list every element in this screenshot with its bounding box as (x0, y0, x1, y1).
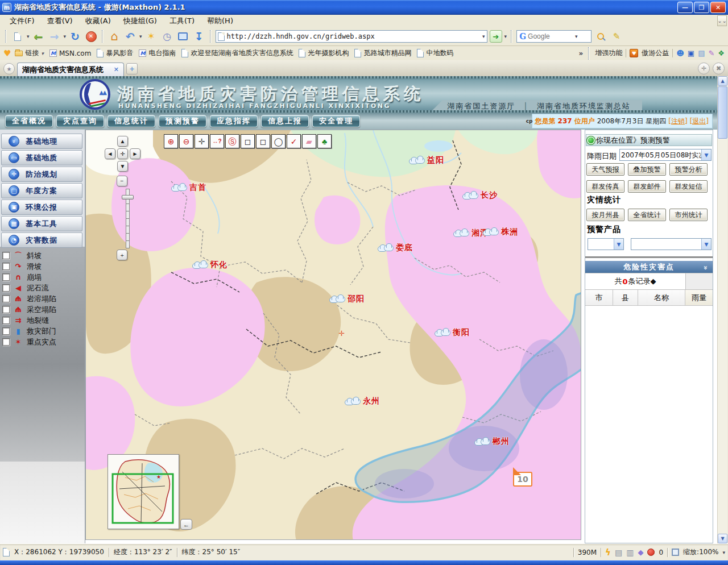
toolbar-grip[interactable] (102, 30, 104, 43)
new-tab-button[interactable]: ＋ (126, 63, 138, 74)
boost-lightning-icon[interactable]: ϟ (605, 547, 611, 558)
danger-points-header[interactable]: 危险性灾害点 « (585, 261, 713, 273)
search-caret-icon[interactable]: ▾ (575, 34, 578, 39)
home-button[interactable]: ⌂ (107, 29, 121, 44)
menu-item-0[interactable]: 文件(F) (3, 15, 41, 27)
charity-icon[interactable]: ♥ (630, 49, 638, 57)
chevron-down-icon[interactable]: ▼ (701, 149, 711, 160)
map-tool-pan[interactable]: ✛ (195, 134, 209, 148)
panel-button-群发传真[interactable]: 群发传真 (586, 180, 624, 193)
panel-button-市州统计[interactable]: 市州统计 (669, 209, 708, 221)
layer-checkbox[interactable] (2, 263, 10, 270)
bookmark-暴风影音[interactable]: 暴风影音 (94, 47, 136, 59)
menu-item-4[interactable]: 工具(T) (163, 15, 201, 27)
zoom-slider-handle[interactable] (122, 195, 134, 200)
menu-item-5[interactable]: 帮助(H) (201, 15, 239, 27)
search-box[interactable]: G ▾ (516, 30, 592, 43)
maxthon-heart-icon[interactable]: ♥ (3, 48, 11, 59)
undo-caret-icon[interactable]: ▾ (139, 34, 142, 39)
scrollbar-thumb[interactable] (718, 86, 727, 139)
collapse-chevrons-icon[interactable]: « (701, 264, 709, 270)
nav-tab-灾点查询[interactable]: 灾点查询 (56, 115, 104, 127)
pens-icon[interactable]: ✎ (708, 49, 714, 57)
bookmarks-overflow-chevron[interactable]: » (579, 49, 584, 57)
product-select-2[interactable]: ▼ (631, 238, 712, 250)
layer-checkbox[interactable] (2, 284, 10, 292)
zoom-in-slider-button[interactable]: ＋ (117, 250, 127, 260)
notepad-icon[interactable]: ▥ (626, 548, 634, 557)
messenger-icon[interactable]: ☻ (676, 49, 684, 57)
download-button[interactable]: ↧ (192, 29, 206, 44)
minimap-collapse-button[interactable]: ← (180, 519, 192, 530)
highlighter-button[interactable]: ✎ (610, 29, 623, 44)
blocked-popup-icon[interactable] (647, 549, 655, 556)
layer-checkbox[interactable] (2, 327, 10, 335)
map-tool-clip-rect[interactable]: ◻ (256, 134, 270, 148)
skin-icon[interactable]: ❖ (718, 49, 725, 57)
sidebar-group-基本工具[interactable]: ▦基本工具 (1, 216, 82, 231)
panel-button-预警分析[interactable]: 预警分析 (669, 163, 708, 176)
nav-tab-应急指挥[interactable]: 应急指挥 (210, 115, 258, 127)
layer-checkbox[interactable] (2, 252, 10, 259)
history-clock-button[interactable]: ◷ (160, 29, 174, 44)
pan-right-button[interactable]: ► (130, 148, 140, 159)
pan-center-button[interactable]: ✛ (117, 148, 128, 159)
go-button[interactable]: ➔ (490, 30, 502, 43)
bookmark-MSN.com[interactable]: MMSN.com (47, 48, 94, 59)
map-tool-eraser[interactable]: ▰ (302, 134, 316, 148)
bookmark-光年摄影机构[interactable]: 光年摄影机构 (296, 47, 351, 59)
overview-minimap[interactable]: ★ (107, 454, 179, 529)
rain-date-select[interactable]: 2007年05月05日08时实况 ▼ (619, 149, 712, 161)
bookmark-中地数码[interactable]: 中地数码 (414, 47, 456, 59)
minimize-button[interactable]: — (677, 2, 693, 13)
forward-button[interactable]: → (48, 29, 61, 44)
address-caret-icon[interactable]: ▾ (482, 34, 485, 39)
pan-up-button[interactable]: ▲ (117, 136, 128, 147)
nav-tab-安全管理[interactable]: 安全管理 (312, 115, 360, 127)
panel-button-按月州县[interactable]: 按月州县 (586, 209, 624, 221)
tab-tools-wrench-icon[interactable]: ✛ (698, 63, 710, 74)
map-tool-zoom-in[interactable]: ⊕ (164, 134, 178, 148)
sidebar-group-防治规划[interactable]: ✛防治规划 (1, 167, 82, 182)
zoom-caret-icon[interactable]: ▾ (722, 550, 725, 555)
bookmark-电台指南[interactable]: M电台指南 (136, 47, 179, 59)
map-tool-select-rect[interactable]: ◻ (241, 134, 255, 148)
tab-close-icon[interactable]: ✕ (114, 66, 119, 73)
bookmark-觅路城市精品网[interactable]: 觅路城市精品网 (351, 47, 414, 59)
sidebar-group-基础地理[interactable]: »基础地理 (1, 134, 82, 149)
address-bar[interactable]: ▾ (216, 30, 487, 43)
zoom-level[interactable]: 缩放:100% (683, 547, 718, 557)
toolbar-grip[interactable] (588, 47, 590, 60)
product-select-1[interactable]: ▼ (588, 238, 624, 250)
toolbar-grip[interactable] (210, 30, 212, 43)
map-tool-draw-point[interactable]: ✓ (287, 134, 301, 148)
split-window-button[interactable] (176, 29, 190, 44)
toolbar-grip[interactable] (5, 30, 7, 43)
search-input[interactable] (528, 32, 573, 40)
map-tool-measure-scale[interactable]: Ⓢ (225, 134, 239, 148)
new-page-button[interactable] (11, 29, 24, 44)
history-caret-icon[interactable]: ▾ (64, 34, 67, 39)
chevron-down-icon[interactable]: ▼ (614, 239, 623, 250)
map-tool-select-circle[interactable]: ◯ (271, 134, 286, 148)
layer-checkbox[interactable] (2, 317, 10, 324)
sidebar-group-年度方案[interactable]: ▢年度方案 (1, 183, 82, 198)
charity-button[interactable]: 傲游公益 (642, 48, 669, 58)
back-button[interactable]: ← (32, 29, 46, 44)
layer-checkbox[interactable] (2, 273, 10, 281)
bookmark-链接[interactable]: 链接▾ (12, 47, 47, 59)
panel-button-群发邮件[interactable]: 群发邮件 (628, 180, 666, 193)
layer-checkbox[interactable] (2, 306, 10, 313)
menu-overflow-chevron-icon[interactable]: ⌄⌄ (717, 15, 727, 26)
toolbar-grip[interactable] (511, 30, 512, 43)
link-land-resources[interactable]: 湖南省国土资源厅 (447, 101, 515, 111)
map-canvas[interactable]: ⊕⊖✛↔?Ⓢ◻◻◯✓▰♣ ▲ ◄ ✛ ► ▼ − ＋ 吉首益阳长沙湘潭株洲娄底怀… (85, 130, 581, 540)
bookmark-欢迎登陆湖南省地质灾害信息系统[interactable]: 欢迎登陆湖南省地质灾害信息系统 (179, 47, 296, 59)
panel-button-全省统计[interactable]: 全省统计 (628, 209, 666, 221)
address-input[interactable] (227, 32, 480, 40)
chevron-down-icon[interactable]: ▼ (701, 239, 711, 250)
notes-icon[interactable]: ▤ (698, 49, 705, 57)
pan-down-button[interactable]: ▼ (117, 161, 128, 172)
map-tool-measure-distance[interactable]: ↔? (210, 134, 224, 148)
resize-window-icon[interactable] (672, 549, 679, 556)
